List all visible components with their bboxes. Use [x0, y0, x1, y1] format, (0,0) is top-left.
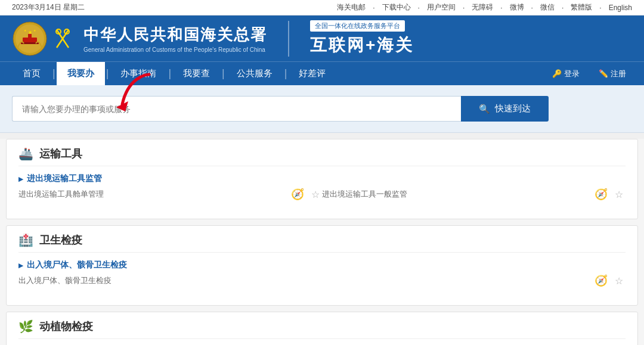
- section-phytosanitary: 🌿 动植物检疫 进出境（过境）动植物及其产品、其他检疫物的检验检疫（合格评定）: [6, 312, 638, 345]
- login-label: 登录: [564, 69, 580, 79]
- section-health-title: 卫生检疫: [39, 233, 82, 247]
- section-transport-header: 🚢 运输工具: [18, 147, 626, 166]
- nav-woyaocha[interactable]: 我要查: [172, 62, 221, 85]
- site-title-en: General Administration of Customs of the…: [83, 46, 267, 53]
- header-divider: [288, 21, 289, 57]
- link-fanti[interactable]: 繁體版: [571, 2, 592, 13]
- site-header: ★ ★ ★ 中华人民共和国海关总署 General Administration…: [0, 15, 644, 61]
- customs-scissors-icon: [54, 27, 72, 51]
- login-button[interactable]: 🔑 登录: [546, 65, 586, 83]
- login-icon: 🔑: [552, 69, 562, 78]
- search-section: 🔍 快速到达: [0, 85, 644, 133]
- top-bar-links: 海关电邮 · 下载中心 · 用户空间 · 无障碍 · 微博 · 微信 · 繁體版…: [337, 2, 632, 13]
- star-icon-3[interactable]: ☆: [612, 274, 626, 287]
- nav-gonggongfuwu[interactable]: 公共服务: [226, 62, 283, 85]
- nav-haoChaPing[interactable]: 好差评: [288, 62, 336, 85]
- category-transport-supervision: 进出境运输工具监管 进出境运输工具舱单管理 🧭 ☆ 进出境运输工具一般监管 🧭: [18, 173, 626, 201]
- search-button[interactable]: 🔍 快速到达: [461, 96, 549, 122]
- compass-icon-3[interactable]: 🧭: [595, 274, 608, 287]
- register-icon: ✏️: [599, 69, 608, 78]
- section-phytosanitary-header: 🌿 动植物检疫: [18, 319, 626, 339]
- category-transport-cols: 进出境运输工具舱单管理 🧭 ☆ 进出境运输工具一般监管 🧭 ☆: [18, 188, 626, 201]
- link-english[interactable]: English: [609, 4, 632, 12]
- register-label: 注册: [611, 69, 626, 79]
- transport-item-1-icons: 🧭 ☆: [291, 188, 322, 201]
- nav-home[interactable]: 首页: [12, 62, 51, 85]
- nav-items: 首页 | 我要办 | 办事指南 | 我要查 | 公共服务 | 好差评: [12, 62, 546, 85]
- search-icon: 🔍: [479, 104, 490, 114]
- transport-item-1-text: 进出境运输工具舱单管理: [18, 189, 286, 200]
- section-health-header: 🏥 卫生检疫: [18, 233, 626, 253]
- header-right: 全国一体化在线政务服务平台 互联网+海关: [310, 20, 414, 57]
- transport-icon: 🚢: [18, 147, 33, 161]
- date-display: 2023年3月14日 星期二: [12, 2, 85, 13]
- section-phytosanitary-title: 动植物检疫: [39, 319, 93, 334]
- search-button-label: 快速到达: [495, 103, 531, 114]
- compass-icon-1[interactable]: 🧭: [291, 188, 304, 201]
- search-bar: 🔍 快速到达: [12, 96, 549, 122]
- header-titles: 中华人民共和国海关总署 General Administration of Cu…: [83, 24, 267, 53]
- category-col-1: 进出境运输工具舱单管理 🧭 ☆: [18, 188, 322, 201]
- link-weibo-icon[interactable]: 微博: [510, 2, 524, 13]
- transport-item-2-icons: 🧭 ☆: [595, 188, 626, 201]
- nav-banshizhinan[interactable]: 办事指南: [110, 62, 167, 85]
- nav-woyaoban[interactable]: 我要办: [57, 62, 105, 85]
- search-input[interactable]: [12, 96, 461, 122]
- link-wuzhangai[interactable]: 无障碍: [472, 2, 493, 13]
- national-emblem: ★ ★ ★: [12, 21, 48, 57]
- compass-icon-2[interactable]: 🧭: [595, 188, 608, 201]
- section-health: 🏥 卫生检疫 出入境尸体、骸骨卫生检疫 出入境尸体、骸骨卫生检疫 🧭 ☆: [6, 225, 638, 306]
- phytosanitary-icon: 🌿: [18, 319, 33, 334]
- register-button[interactable]: ✏️ 注册: [593, 65, 632, 83]
- site-title-cn: 中华人民共和国海关总署: [83, 24, 267, 45]
- section-transport: 🚢 运输工具 进出境运输工具监管 进出境运输工具舱单管理 🧭 ☆ 进出境运输工具…: [6, 139, 638, 219]
- header-logo: ★ ★ ★: [12, 21, 72, 57]
- link-haiguanyoujian[interactable]: 海关电邮: [337, 2, 366, 13]
- category-col-2: 进出境运输工具一般监管 🧭 ☆: [322, 188, 626, 201]
- link-weixin-icon[interactable]: 微信: [540, 2, 555, 13]
- platform-label: 全国一体化在线政务服务平台: [310, 20, 405, 32]
- star-icon-2[interactable]: ☆: [612, 188, 626, 201]
- top-bar: 2023年3月14日 星期二 海关电邮 · 下载中心 · 用户空间 · 无障碍 …: [0, 0, 644, 15]
- category-health-item: 出入境尸体、骸骨卫生检疫 出入境尸体、骸骨卫生检疫 🧭 ☆: [18, 260, 626, 287]
- category-health-title[interactable]: 出入境尸体、骸骨卫生检疫: [18, 260, 626, 271]
- transport-item-2-text: 进出境运输工具一般监管: [322, 189, 590, 200]
- link-xiazaizhongxin[interactable]: 下载中心: [382, 2, 411, 13]
- internet-customs-title: 互联网+海关: [310, 34, 414, 57]
- nav-right: 🔑 登录 ✏️ 注册: [546, 65, 632, 83]
- svg-text:★: ★: [28, 30, 32, 35]
- content-area: 🚢 运输工具 进出境运输工具监管 进出境运输工具舱单管理 🧭 ☆ 进出境运输工具…: [0, 139, 644, 345]
- health-item-text: 出入境尸体、骸骨卫生检疫: [18, 275, 583, 286]
- nav-bar: 首页 | 我要办 | 办事指南 | 我要查 | 公共服务 | 好差评 🔑 登录 …: [0, 61, 644, 85]
- health-item-icons: 🧭 ☆: [595, 274, 626, 287]
- health-icon: 🏥: [18, 233, 33, 247]
- section-transport-title: 运输工具: [39, 147, 82, 161]
- link-yonghukijian[interactable]: 用户空间: [427, 2, 456, 13]
- star-icon-1[interactable]: ☆: [309, 188, 322, 201]
- category-health-row: 出入境尸体、骸骨卫生检疫 🧭 ☆: [18, 274, 626, 287]
- category-transport-supervision-title[interactable]: 进出境运输工具监管: [18, 173, 626, 184]
